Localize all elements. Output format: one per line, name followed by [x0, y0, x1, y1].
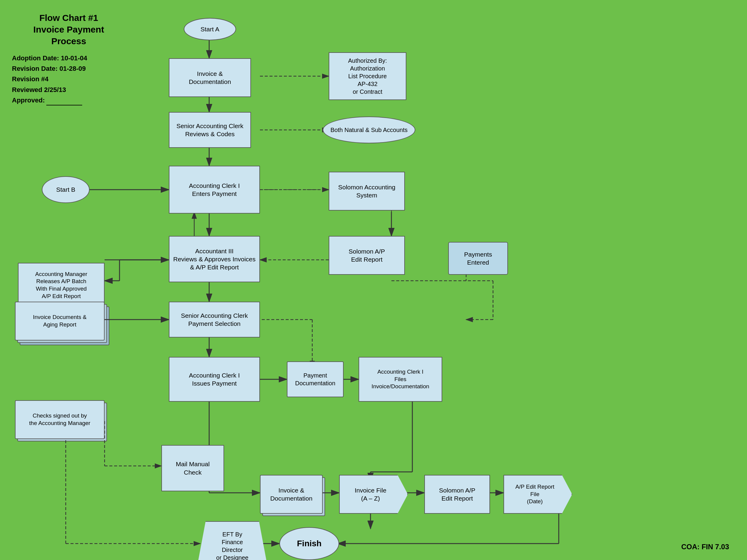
both-accounts-label: Both Natural & Sub Accounts	[331, 126, 408, 134]
payment-doc-label: Payment Documentation	[295, 372, 336, 387]
invoice-doc-2-label: Invoice & Documentation	[270, 486, 312, 503]
accounting-clerk-issues-label: Accounting Clerk I Issues Payment	[189, 371, 240, 388]
adoption-date: Adoption Date: 10-01-04	[12, 53, 126, 63]
senior-payment-sel-node: Senior Accounting Clerk Payment Selectio…	[169, 302, 260, 338]
invoice-docs-aging-label: Invoice Documents & Aging Report	[33, 314, 87, 328]
payment-doc-node: Payment Documentation	[287, 362, 344, 397]
checks-signed-label: Checks signed out by the Accounting Mana…	[29, 412, 91, 427]
accounting-clerk-enters-node: Accounting Clerk I Enters Payment	[169, 166, 260, 214]
solomon-ap-edit-label: Solomon A/P Edit Report	[349, 247, 385, 264]
start-a-label: Start A	[201, 25, 219, 33]
flowchart: Flow Chart #1 Invoice Payment Process Ad…	[0, 0, 747, 560]
eft-by-label: EFT By Finance Director or Designee	[216, 526, 249, 560]
solomon-ap-edit-2-node: Solomon A/P Edit Report	[424, 475, 490, 514]
invoice-docs-aging-node: Invoice Documents & Aging Report	[15, 302, 105, 341]
start-b-node: Start B	[42, 176, 89, 203]
start-a-node: Start A	[184, 18, 236, 40]
accounting-clerk-issues-node: Accounting Clerk I Issues Payment	[169, 357, 260, 402]
ap-edit-report-file-node: A/P Edit Report File (Date)	[504, 475, 572, 514]
solomon-system-label: Solomon Accounting System	[338, 183, 395, 199]
solomon-system-node: Solomon Accounting System	[329, 172, 405, 211]
senior-reviews-node: Senior Accounting Clerk Reviews & Codes	[169, 112, 251, 148]
accounting-clerk-files-label: Accounting Clerk I Files Invoice/Documen…	[371, 368, 429, 390]
finish-label: Finish	[297, 538, 321, 549]
eft-by-node: EFT By Finance Director or Designee	[197, 521, 267, 560]
acct-mgr-releases-label: Accounting Manager Releases A/P Batch Wi…	[35, 271, 87, 300]
senior-payment-sel-label: Senior Accounting Clerk Payment Selectio…	[181, 312, 248, 328]
authorized-by-label: Authorized By: Authorization List Proced…	[348, 57, 387, 96]
accounting-clerk-files-node: Accounting Clerk I Files Invoice/Documen…	[359, 357, 442, 402]
checks-signed-node: Checks signed out by the Accounting Mana…	[15, 400, 105, 439]
accountant-iii-label: Accountant III Reviews & Approves Invoic…	[173, 247, 256, 271]
invoice-doc-1-label: Invoice & Documentation	[189, 70, 231, 86]
solomon-ap-edit-2-label: Solomon A/P Edit Report	[439, 486, 475, 503]
mail-manual-check-label: Mail Manual Check	[176, 460, 209, 476]
both-accounts-node: Both Natural & Sub Accounts	[323, 116, 415, 143]
start-b-label: Start B	[56, 185, 75, 193]
approved-underline	[46, 105, 82, 105]
revision-date: Revision Date: 01-28-09	[12, 63, 126, 74]
accountant-iii-node: Accountant III Reviews & Approves Invoic…	[169, 236, 260, 282]
chart-meta: Adoption Date: 10-01-04 Revision Date: 0…	[12, 53, 126, 105]
solomon-ap-edit-node: Solomon A/P Edit Report	[329, 236, 405, 275]
accounting-clerk-enters-label: Accounting Clerk I Enters Payment	[189, 182, 240, 198]
invoice-doc-1-node: Invoice & Documentation	[169, 58, 251, 97]
info-box: Flow Chart #1 Invoice Payment Process Ad…	[12, 12, 126, 105]
invoice-doc-2-node: Invoice & Documentation	[260, 475, 323, 514]
invoice-file-label: Invoice File (A – Z)	[355, 486, 392, 503]
authorized-by-node: Authorized By: Authorization List Proced…	[329, 52, 406, 100]
approved-label: Approved:	[12, 95, 45, 105]
revision-num: Revision #4	[12, 74, 126, 84]
finish-node: Finish	[279, 527, 339, 560]
payments-entered-label: Payments Entered	[464, 250, 492, 267]
chart-title: Flow Chart #1 Invoice Payment Process	[12, 12, 126, 47]
invoice-file-node: Invoice File (A – Z)	[339, 475, 408, 514]
coa-reference: COA: FIN 7.03	[681, 543, 729, 551]
mail-manual-check-node: Mail Manual Check	[161, 445, 224, 491]
acct-mgr-releases-node: Accounting Manager Releases A/P Batch Wi…	[18, 263, 105, 308]
ap-edit-report-file-label: A/P Edit Report File (Date)	[515, 483, 561, 505]
reviewed: Reviewed 2/25/13	[12, 84, 126, 95]
approved-line: Approved:	[12, 95, 126, 105]
payments-entered-node: Payments Entered	[448, 242, 508, 275]
senior-reviews-label: Senior Accounting Clerk Reviews & Codes	[176, 122, 243, 138]
